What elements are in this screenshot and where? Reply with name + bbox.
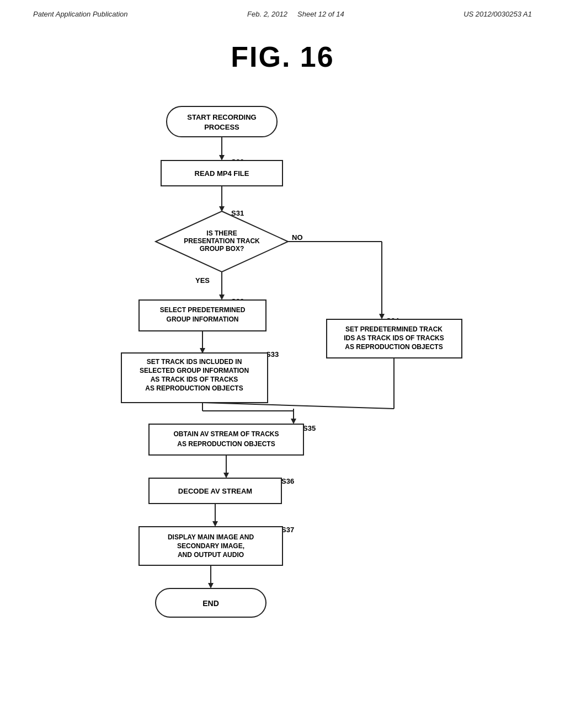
svg-text:AS REPRODUCTION OBJECTS: AS REPRODUCTION OBJECTS [177,440,275,448]
header-date-sheet: Feb. 2, 2012 Sheet 12 of 14 [247,10,344,18]
svg-text:GROUP INFORMATION: GROUP INFORMATION [167,315,239,323]
figure-title: FIG. 16 [0,40,565,73]
svg-text:NO: NO [292,233,303,242]
svg-text:SECONDARY IMAGE,: SECONDARY IMAGE, [177,542,244,550]
page-header: Patent Application Publication Feb. 2, 2… [0,0,565,24]
svg-marker-55 [212,521,218,527]
svg-text:AS REPRODUCTION OBJECTS: AS REPRODUCTION OBJECTS [145,384,243,392]
svg-text:DECODE AV STREAM: DECODE AV STREAM [178,487,252,495]
svg-text:START RECORDING: START RECORDING [187,113,256,121]
svg-text:AS TRACK IDS OF TRACKS: AS TRACK IDS OF TRACKS [151,376,238,383]
svg-marker-4 [219,155,225,160]
svg-text:GROUP BOX?: GROUP BOX? [200,245,244,253]
svg-line-40 [202,403,394,409]
header-patent-number: US 2012/0030253 A1 [463,10,532,18]
svg-text:OBTAIN AV STREAM OF TRACKS: OBTAIN AV STREAM OF TRACKS [173,430,279,438]
svg-marker-44 [291,419,296,424]
svg-marker-62 [208,583,214,588]
svg-text:SELECT PREDETERMINED: SELECT PREDETERMINED [160,306,246,314]
svg-marker-50 [223,473,229,478]
svg-text:DISPLAY MAIN IMAGE AND: DISPLAY MAIN IMAGE AND [168,533,254,541]
flowchart: START RECORDING PROCESS S30 READ MP4 FIL… [40,101,525,702]
svg-text:READ MP4 FILE: READ MP4 FILE [195,169,249,178]
svg-text:S36: S36 [281,477,294,485]
svg-text:IDS AS TRACK IDS OF TRACKS: IDS AS TRACK IDS OF TRACKS [344,334,444,342]
svg-text:PROCESS: PROCESS [204,123,239,131]
svg-text:YES: YES [195,276,210,285]
svg-text:S37: S37 [281,526,294,534]
svg-text:AS REPRODUCTION OBJECTS: AS REPRODUCTION OBJECTS [345,343,443,351]
svg-text:AND OUTPUT AUDIO: AND OUTPUT AUDIO [178,551,244,559]
svg-text:S35: S35 [303,424,316,432]
svg-text:IS THERE: IS THERE [206,229,237,237]
svg-marker-33 [379,314,385,319]
svg-text:END: END [202,599,219,608]
svg-rect-0 [167,106,277,137]
svg-text:PRESENTATION TRACK: PRESENTATION TRACK [184,237,260,245]
svg-marker-17 [219,295,225,300]
header-publication: Patent Application Publication [33,10,128,18]
svg-text:SET PREDETERMINED TRACK: SET PREDETERMINED TRACK [345,325,443,333]
svg-rect-46 [149,424,303,455]
svg-text:SET TRACK IDS INCLUDED IN: SET TRACK IDS INCLUDED IN [147,358,242,366]
flowchart-svg: START RECORDING PROCESS S30 READ MP4 FIL… [40,101,525,702]
svg-text:SELECTED GROUP INFORMATION: SELECTED GROUP INFORMATION [140,367,249,374]
